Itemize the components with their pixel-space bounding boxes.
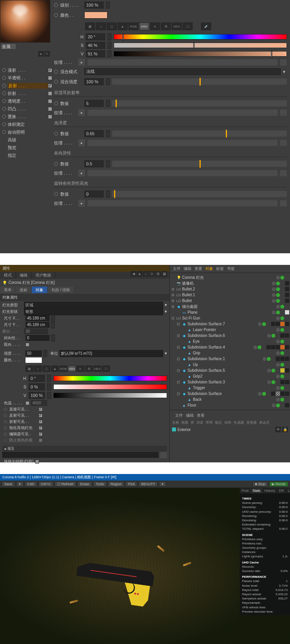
tree-row[interactable]: ▲Grip	[171, 350, 289, 356]
vis-dot[interactable]	[258, 322, 262, 326]
vis-dot[interactable]	[276, 276, 280, 280]
channel-row[interactable]: 透明度 . .	[2, 97, 52, 105]
tree-row[interactable]: ⊟◆Subdivision Surface.1	[171, 356, 289, 362]
tree-row[interactable]: ⊟◆Subdivision Surface.6	[171, 333, 289, 338]
num-input[interactable]	[84, 130, 104, 137]
material-name-input[interactable]	[1, 43, 16, 50]
color-mode-button[interactable]: HSV	[68, 366, 76, 372]
stop-button[interactable]: ■ Stop	[252, 481, 268, 487]
channel-row[interactable]: 指定	[2, 151, 52, 159]
texture-arrow-icon[interactable]: ▸	[78, 109, 85, 116]
object-tag[interactable]	[276, 322, 280, 326]
object-tag[interactable]	[271, 345, 275, 349]
material-preview[interactable]	[0, 0, 50, 43]
om-menu-item[interactable]: 标签	[216, 266, 224, 271]
light-type-select[interactable]: 区域	[24, 302, 163, 309]
object-tag[interactable]	[280, 357, 285, 361]
color-swatch[interactable]	[84, 12, 107, 19]
channel-row[interactable]: 漫射 . . . .	[2, 66, 52, 74]
toolbar-icon[interactable]: ▦	[162, 271, 167, 276]
bidir-checkbox[interactable]	[26, 343, 29, 347]
render-dot[interactable]	[280, 363, 284, 367]
sym-input[interactable]	[26, 335, 49, 341]
tree-expand-icon[interactable]: ⊟	[177, 322, 181, 326]
tree-row[interactable]: ▲Back	[171, 397, 289, 402]
tree-row[interactable]: ⊕LOBullet.2	[171, 286, 289, 292]
tree-row[interactable]: ▲Trigger	[171, 385, 289, 391]
channel-radio[interactable]	[2, 91, 6, 95]
intensity-spinner[interactable]	[43, 350, 47, 357]
render-dot[interactable]	[276, 404, 280, 407]
object-tag[interactable]	[285, 368, 289, 373]
render-dot[interactable]	[280, 351, 284, 355]
om-menu-item[interactable]: 编辑	[186, 413, 194, 418]
vis-dot[interactable]	[267, 380, 271, 384]
vfb-toolbar-button[interactable]: Ctrl+C	[38, 481, 54, 487]
sizey-input[interactable]	[26, 322, 49, 328]
channel-checkbox[interactable]	[48, 107, 52, 111]
render-dot[interactable]	[276, 287, 280, 291]
hsv-spinner[interactable]	[47, 383, 51, 390]
tree-row[interactable]: ▲Grip2	[171, 373, 289, 379]
color-mode-button[interactable]: HEX	[172, 22, 182, 30]
hsv-spinner[interactable]	[107, 33, 111, 40]
num-slider[interactable]	[112, 100, 287, 106]
channel-row[interactable]: 体积测定	[2, 120, 52, 128]
vis-dot[interactable]	[276, 340, 280, 343]
stats-tab[interactable]: DR	[277, 488, 286, 493]
stats-tab[interactable]: Stats	[251, 488, 263, 493]
color-mode-button[interactable]: ☐	[183, 22, 193, 30]
color-mode-button[interactable]: ☼	[96, 22, 106, 30]
hsv-spinner[interactable]	[47, 375, 51, 382]
vis-dot[interactable]	[267, 334, 271, 338]
object-tag[interactable]	[285, 299, 289, 303]
num-input[interactable]	[84, 191, 104, 197]
object-tag[interactable]	[266, 345, 271, 349]
color-mode-button[interactable]: RGB	[60, 366, 67, 372]
object-tag[interactable]	[280, 368, 285, 373]
menu-item[interactable]: 编辑	[16, 272, 32, 279]
object-tag[interactable]	[276, 392, 280, 396]
sizey-spinner[interactable]	[51, 321, 55, 328]
hsv-input[interactable]	[86, 42, 105, 49]
channel-row[interactable]: 凹凸 . . . .	[2, 105, 52, 113]
color-mode-button[interactable]: ⊞	[85, 366, 93, 372]
vis-dot[interactable]	[267, 369, 271, 373]
num-spinner[interactable]	[106, 191, 110, 197]
render-dot[interactable]	[258, 345, 261, 349]
tree-row[interactable]: 💡Corona 灯光	[171, 275, 289, 280]
channel-checkbox[interactable]	[48, 68, 52, 72]
texture-slot[interactable]	[87, 140, 278, 146]
hsv-input[interactable]	[29, 375, 45, 382]
channel-checkbox[interactable]	[48, 99, 52, 103]
render-dot[interactable]	[280, 276, 284, 280]
hsv-slider[interactable]	[114, 51, 287, 57]
vfb-toolbar-button[interactable]: ☐ Refresh	[55, 481, 76, 487]
object-tag[interactable]	[285, 333, 289, 338]
tree-row[interactable]: ⊕◆细分曲面	[171, 304, 289, 309]
object-tag[interactable]	[285, 322, 289, 326]
render-dot[interactable]	[276, 299, 280, 303]
om-menu-item[interactable]: 文件	[175, 413, 183, 418]
vis-dot[interactable]	[276, 316, 280, 320]
om-menu-item[interactable]: 编辑	[184, 266, 191, 271]
tree-row[interactable]: ▲Floor	[171, 402, 289, 408]
color-mode-button[interactable]: ☐	[102, 366, 110, 372]
sizex-spinner[interactable]	[51, 315, 55, 322]
blend-str-radio[interactable]	[54, 80, 58, 84]
tree-expand-icon[interactable]: ⊕	[171, 304, 175, 309]
om-menu-item[interactable]: 查看	[197, 413, 205, 418]
intensity-input[interactable]	[26, 350, 42, 356]
channel-radio[interactable]	[2, 107, 6, 111]
channel-radio[interactable]	[2, 84, 6, 88]
color-mode-button[interactable]: ▢	[107, 22, 117, 30]
tree-expand-icon[interactable]: ⊕	[171, 293, 175, 297]
render-dot[interactable]	[280, 316, 284, 320]
vfb-toolbar-button[interactable]: Tools	[93, 481, 107, 487]
texture-browse-button[interactable]	[280, 140, 287, 146]
num-slider[interactable]	[112, 161, 287, 167]
vfb-toolbar-button[interactable]: ▾	[159, 481, 166, 487]
tree-expand-icon[interactable]: ⊟	[171, 316, 175, 320]
unit-select[interactable]: 默认(W·sr?1·m?2)	[60, 350, 163, 357]
tree-row[interactable]: ▭Plane	[171, 309, 289, 315]
